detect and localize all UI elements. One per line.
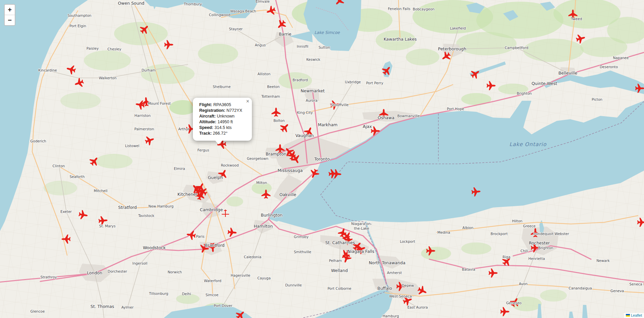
ukraine-flag-icon [626,314,630,317]
popup-tail [215,140,222,144]
popup-row-track: Track: 266.72° [199,131,246,136]
popup-row-flight: Flight: RPA3605 [199,102,246,108]
close-icon[interactable]: × [246,99,249,104]
zoom-control: + − [4,4,15,26]
leaflet-attribution-link[interactable]: Leaflet [631,313,642,317]
zoom-out-button[interactable]: − [5,15,15,25]
popup-row-aircraft: Aircraft: Unknown [199,113,246,119]
popup-row-altitude: Altitude: 14950 ft [199,119,246,125]
flight-info-popup: × Flight: RPA3605 Registration: N772YX A… [193,98,252,141]
flight-tracker-map[interactable]: Owen SoundThornburySouthamptonPort Elgin… [0,0,644,318]
map-canvas [0,0,644,318]
popup-row-speed: Speed: 314.5 kts [199,125,246,131]
popup-row-registration: Registration: N772YX [199,108,246,113]
attribution-bar: Leaflet [624,313,644,318]
zoom-in-button[interactable]: + [5,5,15,15]
